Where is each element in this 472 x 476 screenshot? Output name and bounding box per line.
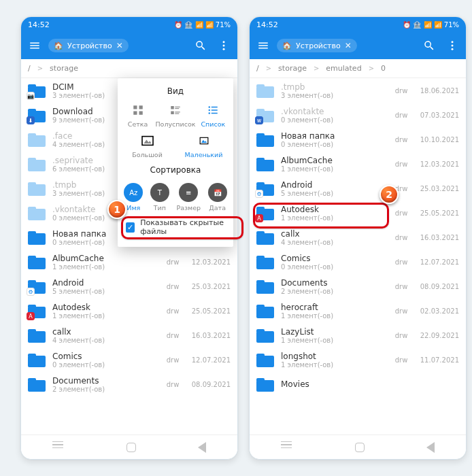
svg-marker-22 <box>201 140 206 143</box>
folder-icon: ⬇ <box>28 106 46 124</box>
menu-icon[interactable] <box>254 36 273 55</box>
close-icon[interactable]: ✕ <box>116 41 123 50</box>
back-icon[interactable] <box>426 442 435 453</box>
folder-row[interactable]: AAutodesk1 элемент(-ов)drw25.05.2021 <box>250 201 466 225</box>
sort-option-size[interactable]: ≡Размер <box>176 183 201 211</box>
svg-rect-8 <box>175 107 180 107</box>
folder-row[interactable]: Movies <box>250 372 466 396</box>
svg-rect-7 <box>171 106 174 109</box>
folder-icon: w <box>256 106 274 124</box>
folder-date: 25.05.2021 <box>190 307 231 315</box>
folder-row[interactable]: Documents2 элемент(-ов)drw08.09.2021 <box>250 274 466 299</box>
view-option-label: Маленький <box>185 151 223 158</box>
folder-date: 12.03.2021 <box>190 258 231 266</box>
checkbox-label: Показывать скрытые файлы <box>140 218 225 236</box>
folder-name: AlbumCache <box>281 156 384 165</box>
view-option-half[interactable]: Полусписок <box>158 103 192 128</box>
folder-row[interactable]: callx4 элемент(-ов)drw16.03.2021 <box>250 225 466 250</box>
small-icon <box>197 133 212 148</box>
folder-subtitle: 1 элемент(-ов) <box>281 312 384 320</box>
more-icon[interactable] <box>443 36 462 55</box>
view-option-small[interactable]: Маленький <box>187 133 221 158</box>
svg-rect-5 <box>133 112 137 115</box>
chevron-right-icon: > <box>266 65 271 72</box>
folder-row[interactable]: Новая папка0 элемент(-ов)drw10.10.2021 <box>250 127 466 152</box>
folder-subtitle: 1 элемент(-ов) <box>281 361 384 369</box>
back-icon[interactable] <box>198 442 206 453</box>
home-button-icon[interactable] <box>127 443 136 452</box>
svg-point-24 <box>452 45 454 47</box>
folder-name: Android <box>281 180 384 190</box>
folder-row[interactable]: Comics0 элемент(-ов)drw12.07.2021 <box>21 347 237 372</box>
svg-rect-14 <box>212 107 218 108</box>
folder-perm: drw <box>391 307 411 315</box>
search-icon[interactable] <box>191 36 210 55</box>
folder-icon: ⚙ <box>256 180 274 197</box>
chevron-right-icon: > <box>37 65 43 72</box>
big-icon <box>140 133 155 148</box>
folder-row[interactable]: callx4 элемент(-ов)drw16.03.2021 <box>21 323 237 347</box>
folder-row[interactable]: longshot1 элемент(-ов)drw11.07.2021 <box>250 347 466 372</box>
folder-name: Documents <box>281 278 384 288</box>
breadcrumb-segment[interactable]: storage <box>50 64 78 73</box>
menu-icon[interactable] <box>25 36 44 55</box>
recent-apps-icon[interactable] <box>52 441 65 454</box>
folder-subtitle: 0 элемент(-ов) <box>281 263 384 271</box>
svg-point-17 <box>209 112 210 114</box>
breadcrumb[interactable]: />storage>emulated>0 <box>250 59 466 78</box>
folder-date: 12.03.2021 <box>418 160 459 168</box>
folder-row[interactable]: herocraft1 элемент(-ов)drw02.03.2021 <box>250 299 466 323</box>
address-tab[interactable]: 🏠 Устройство ✕ <box>48 39 129 52</box>
folder-row[interactable]: ⚙Android5 элемент(-ов)drw25.03.2021 <box>21 274 237 299</box>
folder-row[interactable]: Comics0 элемент(-ов)drw12.07.2021 <box>250 250 466 274</box>
folder-icon <box>28 180 46 197</box>
sort-chip-icon: T <box>150 183 169 202</box>
folder-date: 22.09.2021 <box>418 332 459 339</box>
close-icon[interactable]: ✕ <box>345 41 352 50</box>
folder-row[interactable]: AAutodesk1 элемент(-ов)drw25.05.2021 <box>21 299 237 323</box>
folder-row[interactable]: ⚙Android5 элемент(-ов)drw25.03.2021 <box>250 176 466 201</box>
view-option-label: Полусписок <box>155 120 195 128</box>
folder-subtitle: 5 элемент(-ов) <box>281 190 384 197</box>
show-hidden-checkbox[interactable]: ✓ Показывать скрытые файлы <box>118 214 233 237</box>
view-option-grid[interactable]: Сетка <box>121 103 155 128</box>
folder-icon <box>256 277 274 295</box>
folder-row[interactable]: Documents2 элемент(-ов)drw08.09.2021 <box>21 372 237 396</box>
breadcrumb-segment[interactable]: storage <box>278 64 307 73</box>
sort-option-type[interactable]: TТип <box>150 183 169 211</box>
folder-subtitle: 0 элемент(-ов) <box>281 141 384 148</box>
chevron-right-icon: > <box>314 65 319 72</box>
folder-perm: drw <box>391 258 411 266</box>
folder-row[interactable]: w.vkontakte0 элемент(-ов)drw07.03.2021 <box>250 103 466 127</box>
folder-date: 18.06.2021 <box>418 87 459 95</box>
address-tab[interactable]: 🏠 Устройство ✕ <box>277 39 357 52</box>
folder-date: 25.03.2021 <box>190 283 231 290</box>
recent-apps-icon[interactable] <box>281 441 293 454</box>
folder-icon <box>256 253 274 271</box>
breadcrumb-segment[interactable]: emulated <box>326 64 361 73</box>
folder-perm: drw <box>391 160 411 168</box>
breadcrumb-segment[interactable]: 0 <box>381 64 386 73</box>
svg-rect-4 <box>139 105 142 109</box>
view-option-big[interactable]: Большой <box>131 133 165 158</box>
status-bar: 14:52 ⏰ 🏦 📶 📶 71% <box>250 17 466 32</box>
folder-row[interactable]: LazyList1 элемент(-ов)drw22.09.2021 <box>250 323 466 347</box>
folder-subtitle: 5 элемент(-ов) <box>52 288 156 295</box>
svg-rect-10 <box>171 112 174 115</box>
folder-date: 16.03.2021 <box>418 234 459 241</box>
breadcrumb[interactable]: />storage <box>21 59 237 78</box>
more-icon[interactable] <box>214 36 233 55</box>
sort-option-date[interactable]: 📅Дата <box>208 183 227 211</box>
sort-option-name[interactable]: AzИмя <box>124 183 143 211</box>
folder-row[interactable]: .tmpb3 элемент(-ов)drw18.06.2021 <box>250 78 466 103</box>
folder-name: Новая папка <box>281 131 384 141</box>
folder-row[interactable]: AlbumCache1 элемент(-ов)drw12.03.2021 <box>250 152 466 176</box>
breadcrumb-segment[interactable]: / <box>256 64 259 73</box>
folder-icon <box>256 131 274 148</box>
breadcrumb-segment[interactable]: / <box>28 64 31 73</box>
folder-row[interactable]: AlbumCache1 элемент(-ов)drw12.03.2021 <box>21 250 237 274</box>
search-icon[interactable] <box>420 36 439 55</box>
folder-perm: drw <box>391 283 411 290</box>
view-option-list[interactable]: Список <box>196 103 230 128</box>
home-button-icon[interactable] <box>355 443 365 452</box>
